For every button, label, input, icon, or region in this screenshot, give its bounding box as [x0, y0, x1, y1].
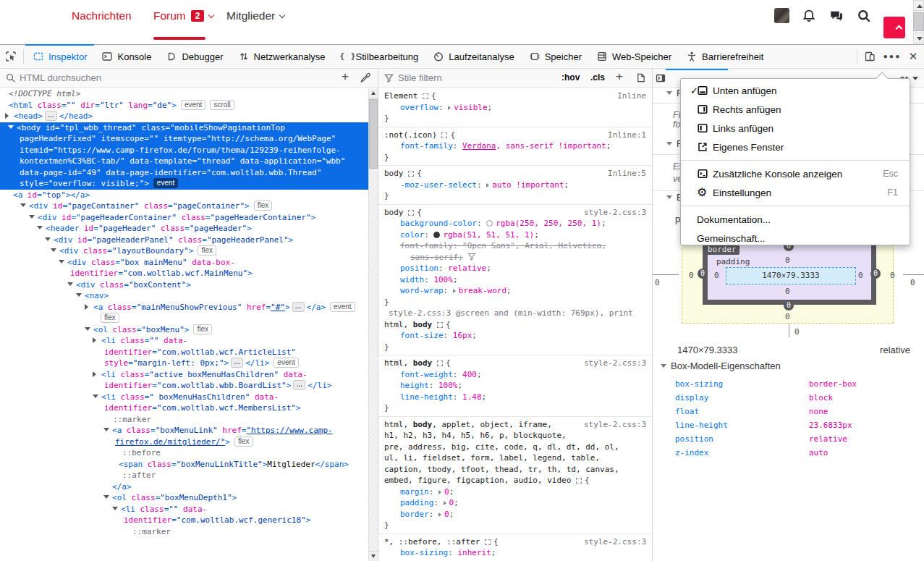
menu-item-dokumentation[interactable]: Dokumentation...: [681, 210, 910, 229]
css-rule-line[interactable]: sans-serif;: [378, 252, 652, 263]
dom-node[interactable]: ::before: [0, 447, 368, 459]
tab-netzwerkanalyse[interactable]: Netzwerkanalyse: [231, 45, 333, 68]
dom-node[interactable]: style="margin-left: 0px;">…</li>event: [0, 358, 368, 369]
padding-left-value[interactable]: 0: [714, 271, 719, 281]
dom-node[interactable]: firefox.de/mitglieder/">flex: [0, 436, 368, 448]
add-node-button[interactable]: +: [342, 69, 349, 84]
dom-node[interactable]: <a id="top"></a>: [0, 190, 368, 201]
collapsed-ellipsis[interactable]: …: [292, 302, 305, 312]
page-scrollbar[interactable]: [913, 0, 924, 44]
tab-konsole[interactable]: Konsole: [94, 45, 158, 68]
css-rule-line[interactable]: color: rgba(51, 51, 51, 1);: [378, 229, 652, 241]
stylesheet-source-link[interactable]: Inline:1: [608, 130, 646, 141]
css-rule-line[interactable]: style-2.css:3 @screen and (min-width: 76…: [378, 308, 652, 319]
dom-node[interactable]: <div id="pageContainer" class="pageConta…: [0, 201, 368, 212]
devtools-menu-button[interactable]: •••: [881, 45, 902, 68]
css-rule-line[interactable]: word-wrap: break-word;: [378, 285, 652, 297]
color-swatch-light[interactable]: [486, 220, 493, 227]
collapsed-ellipsis[interactable]: …: [231, 358, 243, 368]
scroll-to-top-button[interactable]: [883, 17, 905, 38]
css-rule-line[interactable]: pre, address, big, cite, code, q, dl, dt…: [378, 442, 652, 453]
css-rule-line[interactable]: min-width: 0;: [378, 559, 652, 561]
bell-icon[interactable]: [802, 9, 816, 23]
border-bottom-value[interactable]: 0: [784, 300, 794, 311]
expand-value-icon[interactable]: [448, 106, 451, 110]
html-search-input[interactable]: HTML durchsuchen: [20, 72, 101, 83]
scrollbar-down-button[interactable]: [369, 551, 378, 561]
css-rule-line[interactable]: Element {Inline: [378, 90, 652, 102]
expand-value-icon[interactable]: [486, 183, 489, 187]
highlight-element-icon[interactable]: [437, 360, 443, 366]
stylesheet-source-link[interactable]: style-2.css:3: [584, 536, 646, 548]
tab-barrierefreiheit[interactable]: Barrierefreiheit: [679, 45, 771, 68]
tab-speicher[interactable]: Speicher: [522, 45, 589, 68]
expand-value-icon[interactable]: [444, 501, 446, 505]
css-rule-line[interactable]: margin: 0;: [378, 486, 652, 498]
dom-node[interactable]: <li class="active boxMenuHasChildren" da…: [0, 369, 368, 381]
twisty-icon[interactable]: [93, 371, 96, 377]
add-rule-button[interactable]: +: [616, 69, 623, 84]
twisty-icon[interactable]: [37, 226, 43, 229]
dom-node[interactable]: <div id="pageHeaderContainer" class="pag…: [0, 212, 368, 224]
highlight-element-icon[interactable]: [576, 478, 582, 484]
dom-node-selected[interactable]: itemid="https://www.camp-firefox.de/foru…: [0, 145, 368, 156]
padding-top-value[interactable]: 0: [785, 256, 790, 266]
dom-node[interactable]: flex: [0, 313, 368, 324]
dom-node[interactable]: <li class=" boxMenuHasChildren" data-: [0, 392, 368, 403]
margin-left-value[interactable]: 0: [689, 271, 694, 281]
css-rule-line[interactable]: caption, tbody, tfoot, thead, tr, th, td…: [378, 464, 652, 476]
search-icon[interactable]: [857, 9, 871, 23]
css-rule-line[interactable]: }: [378, 152, 652, 164]
menu-item-links-anf-gen[interactable]: Links anfügen: [681, 119, 910, 138]
twisty-icon[interactable]: [103, 495, 109, 499]
border-right-value[interactable]: 0: [870, 269, 881, 279]
expand-sidebar-icon[interactable]: [655, 72, 667, 85]
twisty-icon[interactable]: [103, 428, 109, 431]
twisty-icon[interactable]: [85, 327, 90, 331]
dom-node[interactable]: <li class="" data-: [0, 504, 368, 515]
twisty-icon[interactable]: [93, 337, 96, 343]
css-rule-line[interactable]: padding: 0;: [378, 497, 652, 509]
dom-node[interactable]: <a class="mainMenuShowPrevious" href="#"…: [0, 302, 368, 313]
dom-node-selected[interactable]: pageHeaderFixed" itemscope="" itemtype="…: [0, 133, 368, 145]
css-rule-line[interactable]: background-color: rgba(250, 250, 250, 1)…: [378, 218, 652, 229]
style-filter-input[interactable]: Stile filtern: [398, 72, 442, 83]
menu-item-einstellungen[interactable]: ⚙EinstellungenF1: [681, 183, 910, 202]
stylesheet-source-link[interactable]: Inline:5: [608, 168, 646, 180]
event-badge[interactable]: event: [274, 358, 298, 368]
css-rule-line[interactable]: }: [378, 402, 652, 414]
css-rule-line[interactable]: border: 0;: [378, 509, 652, 520]
css-rule-line[interactable]: font-family: Verdana, sans-serif !import…: [378, 140, 652, 152]
css-rule-line[interactable]: font-family: "Open Sans", Arial, Helveti…: [378, 240, 652, 252]
highlight-element-icon[interactable]: [437, 322, 443, 328]
collapsed-ellipsis[interactable]: …: [45, 111, 57, 121]
dom-node-selected[interactable]: <body id="tpl_wbb_thread" class="mobileS…: [0, 122, 368, 134]
dom-node[interactable]: <div class="layoutBoundary">flex: [0, 245, 368, 257]
padding-right-value[interactable]: 0: [858, 271, 863, 281]
overridden-filter-icon[interactable]: [467, 253, 476, 261]
scrollbar-up-button[interactable]: [913, 0, 924, 11]
margin-right-value[interactable]: 0: [890, 271, 895, 281]
expand-value-icon[interactable]: [438, 513, 441, 517]
css-rule-line[interactable]: -moz-user-select: auto !important;: [378, 180, 652, 191]
markup-scrollbar[interactable]: [368, 88, 378, 561]
highlight-element-icon[interactable]: [485, 539, 491, 545]
class-toggle-button[interactable]: .cls: [590, 72, 605, 83]
scroll-badge[interactable]: scroll: [210, 100, 234, 110]
nav-item-mitglieder[interactable]: Mitglieder: [226, 9, 284, 22]
scrollbar-thumb[interactable]: [369, 99, 378, 169]
dom-node[interactable]: <head>…</head>: [0, 111, 368, 122]
tab-debugger[interactable]: Debugger: [158, 45, 230, 68]
twisty-icon[interactable]: [45, 237, 51, 241]
tab-web-speicher[interactable]: Web-Speicher: [589, 45, 679, 68]
twisty-icon[interactable]: [5, 113, 9, 119]
css-rule-line[interactable]: }: [378, 297, 652, 308]
css-rule-line[interactable]: html, body, applet, object, iframe,style…: [378, 419, 652, 431]
border-left-value[interactable]: 0: [698, 269, 708, 279]
twisty-icon[interactable]: [51, 248, 56, 252]
css-rule-line[interactable]: line-height: 1.48;: [378, 392, 652, 403]
dom-node[interactable]: <li class="" data-: [0, 335, 368, 347]
menu-item-zus-tzliche-konsole-anzeigen[interactable]: Zusätzliche Konsole anzeigenEsc: [681, 164, 910, 183]
css-rule-line[interactable]: h1, h2, h3, h4, h5, h6, p, blockquote,: [378, 430, 652, 442]
dom-node[interactable]: ::marker: [0, 414, 368, 426]
